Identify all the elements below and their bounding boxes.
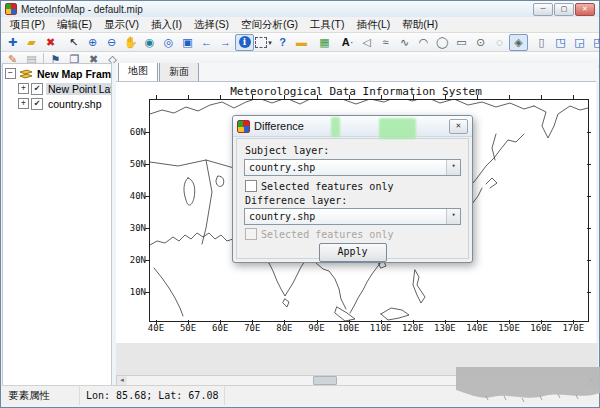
zoom-out-icon[interactable]: ⊖ [102, 34, 121, 51]
draw-oval-icon[interactable]: ◌ [490, 34, 509, 51]
x-axis-label: 130E [432, 323, 458, 333]
layer-visible-checkbox[interactable]: ✔ [31, 83, 43, 95]
menu-view[interactable]: 显示(V) [98, 17, 145, 33]
new-project-icon[interactable]: ✚ [3, 34, 22, 51]
x-axis-tick [381, 320, 382, 324]
legend-panel: − New Map Frame + ✔ New Point Layer + ✔ … [2, 63, 112, 386]
dialog-body: Subject layer: country.shp ▾ Selected fe… [236, 138, 469, 259]
dialog-logo-icon [237, 120, 250, 133]
combo-dropdown-icon[interactable]: ▾ [446, 209, 460, 224]
x-axis-label: 90E [304, 323, 330, 333]
menu-geoprocessing[interactable]: 空间分析(G) [235, 17, 304, 33]
identify-info-icon[interactable]: i [235, 34, 254, 51]
menu-insert[interactable]: 插入(I) [145, 17, 188, 33]
select-feature-icon[interactable]: ▾ [254, 34, 273, 51]
y-axis-tick [145, 164, 149, 165]
x-axis-tick [445, 320, 446, 324]
draw-polyline-icon[interactable]: ◁ [357, 34, 376, 51]
full-extent-globe-icon[interactable]: ◉ [140, 34, 159, 51]
combo-dropdown-icon[interactable]: ▾ [446, 160, 460, 175]
apply-button[interactable]: Apply [319, 243, 387, 262]
layout-zoom-in-icon[interactable]: ◳ [551, 34, 570, 51]
measure-icon[interactable]: ▬ [292, 34, 311, 51]
subject-layer-value: country.shp [245, 162, 446, 173]
subject-layer-combo[interactable]: country.shp ▾ [244, 159, 461, 176]
minimize-button[interactable]: ─ [533, 3, 553, 16]
draw-curve-icon[interactable]: ∿ [395, 34, 414, 51]
dialog-close-icon[interactable]: ✕ [449, 119, 468, 134]
scrollbar-thumb[interactable] [313, 376, 337, 385]
menu-project[interactable]: 项目(P) [4, 17, 51, 33]
draw-circle-icon[interactable]: ⊙ [471, 34, 490, 51]
y-axis-tick-right [587, 260, 591, 261]
open-folder-icon[interactable]: ▰ [22, 34, 41, 51]
maximize-button[interactable]: ▢ [554, 3, 574, 16]
pan-hand-icon[interactable]: ✋ [121, 34, 140, 51]
zoom-in-icon[interactable]: ⊕ [83, 34, 102, 51]
expand-icon[interactable]: + [18, 83, 29, 94]
expand-icon[interactable]: + [18, 98, 29, 109]
x-axis-tick-top [541, 95, 542, 99]
draw-polygon-icon[interactable]: ◈ [509, 34, 528, 51]
tab-map[interactable]: 地图 [118, 63, 158, 81]
scroll-right-icon[interactable]: ► [587, 376, 597, 385]
x-axis-tick-top [381, 95, 382, 99]
new-layout-icon[interactable]: ▯ [532, 34, 551, 51]
selection-rect-glyph [255, 37, 267, 48]
difference-layer-combo[interactable]: country.shp ▾ [244, 208, 461, 225]
x-axis-label: 110E [368, 323, 394, 333]
next-extent-icon[interactable]: → [216, 34, 235, 51]
draw-rectangle-icon[interactable]: ▭ [452, 34, 471, 51]
zoom-to-extent-icon[interactable]: ▣ [178, 34, 197, 51]
label-text-icon[interactable]: A· [338, 34, 357, 51]
view-tabs: 地图 新面 [116, 63, 598, 81]
close-button[interactable]: ✕ [575, 3, 595, 16]
info-glyph: i [239, 36, 251, 48]
layer-label[interactable]: New Point Layer [46, 83, 112, 95]
layer-visible-checkbox[interactable]: ✔ [31, 98, 43, 110]
menu-edit[interactable]: 编辑(E) [51, 17, 98, 33]
previous-extent-icon[interactable]: ← [197, 34, 216, 51]
subject-selected-only-label: Selected features only [261, 181, 393, 192]
layer-label[interactable]: country.shp [46, 98, 104, 110]
x-axis-label: 100E [336, 323, 362, 333]
tree-row-point-layer[interactable]: + ✔ New Point Layer [3, 81, 111, 96]
y-axis-tick [145, 228, 149, 229]
x-axis-tick-top [188, 95, 189, 99]
draw-freehand-icon[interactable]: ≈ [376, 34, 395, 51]
layout-fit-page-icon[interactable]: ◰ [589, 34, 600, 51]
scroll-left-icon[interactable]: ◄ [117, 376, 127, 385]
x-axis-label: 50E [175, 323, 201, 333]
map-frame-label[interactable]: New Map Frame [35, 68, 112, 80]
draw-ellipse-icon[interactable]: ◯ [433, 34, 452, 51]
subject-selected-only-checkbox[interactable] [245, 180, 257, 192]
tree-row-map-frame[interactable]: − New Map Frame [3, 66, 111, 81]
subject-selected-only-row[interactable]: Selected features only [245, 180, 393, 192]
menu-tools[interactable]: 工具(T) [304, 17, 350, 33]
x-axis-label: 70E [239, 323, 265, 333]
y-axis-tick [145, 132, 149, 133]
menu-help[interactable]: 帮助(H) [396, 17, 444, 33]
menu-plugin[interactable]: 插件(L) [351, 17, 397, 33]
x-axis-tick [220, 320, 221, 324]
difference-layer-value: country.shp [245, 211, 446, 222]
select-cursor-icon[interactable]: ↖ [64, 34, 83, 51]
x-axis-tick-top [252, 95, 253, 99]
x-axis-tick [252, 320, 253, 324]
x-axis-tick [156, 320, 157, 324]
zoom-to-layer-icon[interactable]: ◎ [159, 34, 178, 51]
attribute-table-icon[interactable]: ▦ [315, 34, 334, 51]
tree-row-country-layer[interactable]: + ✔ country.shp [3, 96, 111, 111]
layout-zoom-out-icon[interactable]: ◲ [570, 34, 589, 51]
x-axis-tick-top [284, 95, 285, 99]
dialog-title-bar[interactable]: Difference ✕ [233, 116, 472, 137]
menu-selection[interactable]: 选择(S) [188, 17, 235, 33]
what-is-this-icon[interactable]: ? [273, 34, 292, 51]
tab-layout[interactable]: 新面 [159, 63, 199, 81]
difference-selected-only-label: Selected features only [261, 229, 393, 240]
draw-curve-polygon-icon[interactable]: ◠ [414, 34, 433, 51]
difference-layer-label: Difference layer: [245, 195, 347, 206]
x-axis-tick [413, 320, 414, 324]
remove-layer-icon[interactable]: ✖ [41, 34, 60, 51]
collapse-icon[interactable]: − [5, 68, 16, 79]
